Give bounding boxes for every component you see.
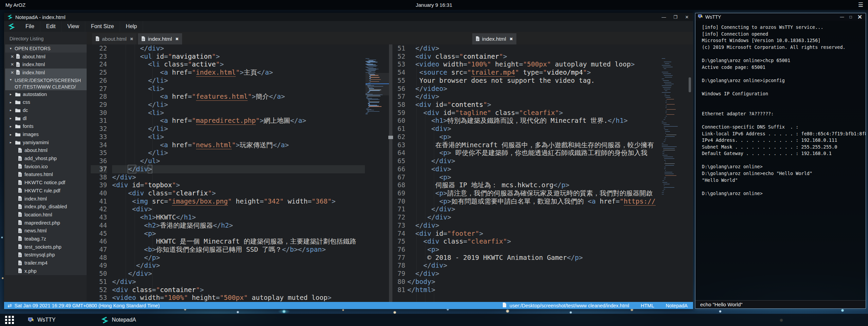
- minimap-line: [664, 75, 673, 76]
- app-launcher-icon[interactable]: [5, 316, 14, 324]
- left-minimap[interactable]: [366, 58, 389, 302]
- tree-folder-css[interactable]: ▸css: [5, 98, 87, 106]
- tree-folder-yamiyamimi[interactable]: ▸yamiyamimi: [5, 138, 87, 147]
- minimap-line: [667, 99, 674, 99]
- minimap-line: [665, 133, 666, 133]
- tree-file-add-vhost-php[interactable]: add_vhost.php: [5, 154, 87, 162]
- menu-view[interactable]: View: [61, 21, 85, 32]
- minimap-line: [664, 69, 666, 69]
- hamburger-menu-icon[interactable]: ☰: [858, 1, 863, 8]
- close-icon[interactable]: ✖: [175, 37, 179, 41]
- minimize-button[interactable]: —: [661, 15, 667, 20]
- maximize-button[interactable]: ❐: [673, 15, 678, 20]
- close-icon[interactable]: ✕: [11, 54, 14, 59]
- taskbar-item-wstty[interactable]: WsTTY: [28, 314, 55, 326]
- line-number: 71: [393, 205, 405, 213]
- tree-file-about-html[interactable]: about.html: [5, 147, 87, 155]
- tab-about-html[interactable]: about.html✖: [92, 33, 137, 44]
- close-icon[interactable]: ✕: [11, 70, 14, 75]
- open-editor-about-html[interactable]: ✕about.html: [5, 53, 87, 61]
- tree-section-workspace[interactable]: ▾USER:/DESKTOP/SCREENSHOT /TEST/WWW CLEA…: [5, 77, 87, 90]
- tree-file-hkwtc-rule-pdf[interactable]: HKWTC rule.pdf: [5, 187, 87, 195]
- tree-section-open-editors[interactable]: ▾OPEN EDITORS: [5, 44, 87, 53]
- wstty-app-icon: [698, 14, 703, 20]
- close-icon[interactable]: ✖: [130, 37, 133, 41]
- code-line-45: <p>: [112, 230, 365, 238]
- minimap-line: [662, 123, 667, 123]
- maximize-button[interactable]: □: [850, 15, 852, 19]
- status-language-mode[interactable]: HTML: [641, 303, 654, 308]
- terminal-line: [702, 104, 866, 111]
- line-number: 62: [393, 133, 405, 141]
- notepada-title-bar[interactable]: NotepadA - index.html — ❐ ✕: [4, 13, 693, 21]
- tree-file-hkwtc-notice-pdf[interactable]: HKWTC notice.pdf: [5, 178, 87, 187]
- right-pane-tabs: index.html✖: [471, 32, 516, 44]
- indent-guide: [416, 44, 417, 302]
- editor-area[interactable]: 2223242526272829303132333435363738394041…: [87, 44, 693, 302]
- taskbar-item-notepada[interactable]: NotepadA: [101, 314, 136, 326]
- tab-index-html[interactable]: index.html✖: [138, 33, 182, 44]
- open-editor-index-html[interactable]: ✕index.html: [5, 60, 87, 69]
- tree-file-x-php[interactable]: x.php: [5, 267, 87, 275]
- tree-file-features-html[interactable]: features.html: [5, 171, 87, 179]
- tree-folder-dl[interactable]: ▸dl: [5, 114, 87, 122]
- sync-icon: ⇄: [7, 303, 12, 309]
- code-line-31: <a href="mapredirect.php">網上地圖</a>: [112, 117, 365, 125]
- terminal-line: Subnet Mask . . . . . . . . . . . : 255.…: [702, 144, 866, 151]
- line-number: 24: [91, 60, 107, 69]
- minimap-line: [663, 87, 671, 88]
- right-code-pane[interactable]: </div> <div class="container"> <video wi…: [407, 44, 660, 294]
- right-minimap[interactable]: [662, 58, 683, 302]
- tree-file-index-html[interactable]: index.html: [5, 195, 87, 203]
- tree-file-trailer-mp4[interactable]: trailer.mp4: [5, 259, 87, 267]
- menu-edit[interactable]: Edit: [40, 21, 62, 32]
- terminal-line: D:\golang\aroz online>chcp 65001: [702, 57, 866, 64]
- status-file-path[interactable]: user:/Desktop/screenshot/test/www cleane…: [510, 303, 629, 308]
- close-button[interactable]: ✕: [684, 15, 690, 20]
- line-number: 26: [91, 77, 107, 85]
- tree-folder-fonts[interactable]: ▸fonts: [5, 122, 87, 131]
- tree-file-test-sockets-php[interactable]: test_sockets.php: [5, 243, 87, 251]
- tree-file-favicon-ico[interactable]: favicon.ico: [5, 162, 87, 171]
- tree-folder-images[interactable]: ▸images: [5, 130, 87, 138]
- tree-folder-dc[interactable]: ▸dc: [5, 106, 87, 114]
- tree-folder-autostation[interactable]: ▸autostation: [5, 90, 87, 98]
- minimize-button[interactable]: —: [840, 15, 844, 19]
- minimap-line: [664, 160, 666, 160]
- terminal-output[interactable]: [info] Conencting to arozos WsTTY servic…: [695, 21, 866, 304]
- tree-file-index-php-disabled[interactable]: index.php_disabled: [5, 203, 87, 211]
- terminal-input[interactable]: echo "Hello World": [695, 300, 866, 308]
- menu-help[interactable]: Help: [120, 21, 143, 32]
- menu-font-size[interactable]: Font Size: [85, 21, 120, 32]
- line-number: 35: [91, 149, 107, 157]
- pane-divider[interactable]: [389, 44, 392, 302]
- tree-file-teabag-7z[interactable]: teabag.7z: [5, 235, 87, 243]
- pane-divider-handle[interactable]: [388, 136, 393, 139]
- open-editor-index-html[interactable]: ✕index.html: [5, 69, 87, 77]
- close-icon[interactable]: ✖: [510, 37, 513, 41]
- minimap-line: [664, 179, 666, 179]
- menu-file[interactable]: File: [20, 21, 40, 32]
- code-line-48: </p>: [112, 254, 365, 262]
- editor-scrollbar-thumb[interactable]: [689, 77, 691, 92]
- wstty-title-bar[interactable]: WsTTY — □ ✕: [695, 13, 866, 21]
- tab-index-html[interactable]: index.html✖: [472, 33, 516, 44]
- tree-file-mapredirect-php[interactable]: mapredirect.php: [5, 219, 87, 227]
- chevron-right-icon: ▸: [10, 140, 15, 144]
- tree-file-location-html[interactable]: location.html: [5, 211, 87, 219]
- minimap-viewport[interactable]: [366, 73, 389, 95]
- tree-file-news-html[interactable]: news.html: [5, 227, 87, 235]
- minimap-line: [663, 67, 673, 67]
- tree-file-testmysql-php[interactable]: testmysql.php: [5, 251, 87, 259]
- minimap-line: [664, 140, 666, 140]
- line-number: 56: [393, 85, 405, 93]
- line-number: 49: [91, 262, 107, 270]
- close-button[interactable]: ✕: [857, 14, 862, 21]
- minimap-line: [664, 126, 678, 127]
- line-number: 48: [91, 254, 107, 262]
- notepada-logo-icon: [8, 23, 15, 30]
- left-code-pane[interactable]: </div> <ul id="navigation"> <li class="a…: [112, 44, 365, 302]
- close-icon[interactable]: ✕: [11, 62, 14, 67]
- minimap-line: [665, 170, 666, 171]
- line-number: 28: [91, 93, 107, 101]
